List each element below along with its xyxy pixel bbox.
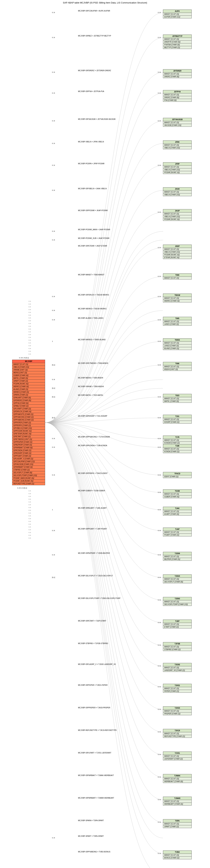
target-field: KONDA [CHAR (2)]	[163, 450, 191, 453]
target-table-node: TJWAKMANDT [CLNT (3)]WERBEAKT [CHAR (8)]	[163, 774, 191, 783]
source-cardinality: 0..N	[29, 317, 31, 318]
target-field: MANDT [CLNT (3)]	[163, 646, 191, 648]
target-field: MANDT [CLNT (3)]	[163, 555, 191, 558]
source-cardinality: 0..N	[29, 529, 31, 530]
target-field: MANDT [CLNT (3)]	[163, 277, 191, 279]
target-table-node: TFACDIDENT [CHAR (2)]	[163, 472, 191, 478]
target-field: AUART [CHAR (4)]	[163, 513, 191, 516]
relation-label: MCJVBP-REFUNDTYPE = TJK19-REFUNDTYPE	[78, 729, 117, 731]
relation-label: MCJVBP-DELIVSPLITGRP = TJD63-DELIVSPLITG…	[78, 597, 120, 599]
target-table-node: JDTDRERMANDT [CLNT (3)]DRERZ [CHAR (8)]	[163, 69, 191, 78]
cardinality-left: 0..N	[52, 296, 55, 298]
source-field: ISPFKPER [CHAR (2)]	[12, 421, 45, 424]
cardinality-left: 0..N	[52, 120, 55, 122]
source-cardinality: 0..N	[29, 306, 31, 307]
target-table-node: TJFSBMANDT [CLNT (3)]STBFREI [CHAR (2)]	[163, 642, 191, 651]
source-field: WERKS [CHAR (4)]	[12, 385, 45, 388]
target-table-node: JFRKMANDT [CLNT (3)]VBELN [CHAR (10)]	[163, 141, 191, 149]
target-field: VBELN [CHAR (10)]	[163, 168, 191, 171]
cardinality-right: 0..N	[158, 776, 161, 778]
cardinality-right: 0..N	[158, 709, 161, 710]
target-table-name: TSPA	[163, 819, 191, 823]
target-field: WERBEAKT [CHAR (8)]	[163, 780, 191, 783]
relation-label: MCJVBP-ISPVAUSGB = JDTVAUSGB-VAUSGB	[78, 118, 115, 120]
target-field: MANDT [CLNT (3)]	[163, 365, 191, 368]
target-field: MANDT [CLNT (3)]	[163, 666, 191, 669]
target-table-name: TJK03	[163, 707, 191, 710]
target-table-node: T001WMANDT [CLNT (3)]WERKS [CHAR (4)]	[163, 293, 191, 302]
source-field: ISPPVABONG [CHAR (2)]	[12, 418, 45, 421]
source-field: ISPCOAUFNR [CHAR (12)]	[12, 460, 45, 463]
cardinality-right: 0..N	[158, 530, 161, 531]
cardinality-right: 0..N	[158, 120, 161, 122]
target-field: POART [CHAR (2)]	[163, 534, 191, 536]
source-field: ISPETMEINS [UNIT (3)]	[12, 438, 45, 441]
target-table-name: T188	[163, 444, 191, 447]
relation-label: MCJVBP-ALAND = T005-LAND1	[78, 317, 104, 319]
target-field: PRSPER [CHAR (2)]	[163, 712, 191, 715]
target-field: MANDT [CLNT (3)]	[163, 320, 191, 323]
target-table-node: TJV01MANDT [CLNT (3)]LIEFERART [CHAR (2)…	[163, 751, 191, 761]
target-table-node: TJG92MANDT [CLNT (3)]LANDGRP_VK [CHAR (2…	[163, 663, 191, 672]
relation-label: MCJVBP-WERKS = T001W-WERKS	[78, 308, 106, 310]
target-table-name: T151	[163, 415, 191, 418]
target-table-name: T023	[163, 394, 191, 397]
source-field: SPARA [CHAR (2)]	[12, 394, 45, 396]
source-field: ISPPVAKNTG [CHAR (2)]	[12, 413, 45, 416]
target-table-node: TJD23MANDT [CLNT (3)]DELIVSPLIT [CHAR (8…	[163, 575, 191, 583]
target-field: FKPER [CHAR (2)]	[163, 690, 191, 692]
source-cardinality: 0..N	[29, 351, 31, 352]
target-table-name: T001W	[163, 294, 191, 297]
cardinality-right: 0..N	[158, 821, 161, 823]
cardinality-left: 0..N	[52, 310, 55, 311]
target-table-name: JKAK	[163, 187, 191, 191]
cardinality-left: 0..N	[52, 379, 55, 380]
cardinality-right: 0..N	[158, 731, 161, 733]
relation-label: MCJVBP-ISPDRUCK = T001W-WERKS	[78, 294, 109, 296]
target-table-node: T151MANDT [CLNT (3)]KDGRP [CHAR (2)]	[163, 415, 191, 424]
target-table-name: TJD23	[163, 575, 191, 578]
source-cardinality: 0..N	[29, 323, 31, 324]
cardinality-right: 0..N	[158, 417, 161, 418]
source-field: MATKL [CHAR (9)]	[12, 377, 45, 380]
target-field: VBELN [CHAR (10)]	[163, 147, 191, 149]
relation-label: MCJVBP-ISPETENR = JKEP-ETENR	[78, 245, 107, 247]
target-field: ETART [CHAR (2)]	[163, 626, 191, 628]
source-cardinality: 0..N	[29, 337, 31, 338]
target-table-name: TJFSB	[163, 642, 191, 646]
source-field: ISPVAUSGB [CHAR (10)]	[12, 463, 45, 466]
cardinality-right: 0..N	[158, 554, 161, 556]
cardinality-right: 0..N	[158, 438, 161, 439]
source-cardinality: 0..N 0..N [0,1]	[19, 357, 29, 359]
cardinality-right: 0..N	[158, 644, 161, 646]
target-field: MANDT [CLNT (3)]	[163, 447, 191, 450]
relation-label: MCJVBP-ISPPRSPER = TJK03-PRSPER	[78, 707, 110, 709]
source-cardinality: 0..N	[29, 493, 31, 494]
target-field: MANDT [CLNT (3)]	[163, 531, 191, 534]
relation-label: MCJVBP-ISPPVABONG = TVBO-BONUS	[78, 851, 110, 853]
target-table-node: T005MANDT [CLNT (3)]LAND1 [CHAR (3)]	[163, 317, 191, 326]
cardinality-right: 0..N	[158, 509, 161, 510]
source-field: POSNR_MAIN [NUMC (6)]	[12, 477, 45, 479]
source-field: SPART [CHAR (2)]	[12, 380, 45, 382]
source-field: ISPBEZ [CHAR (2)]	[12, 405, 45, 407]
relation-label: MCJVBP-ISPVBELN = JKAK-VBELN	[78, 188, 107, 190]
target-table-name: JFRK	[163, 141, 191, 144]
target-field: MANDT [CLNT (3)]	[163, 213, 191, 215]
target-field: MANDT [CLNT (3)]	[163, 687, 191, 690]
source-field: ISPPRSPER [CHAR (2)]	[12, 441, 45, 443]
target-field: MANDT [CLNT (3)]	[163, 13, 191, 16]
target-table-node: TGSBMANDT [CLNT (3)]GSBER [CHAR (4)]	[163, 489, 191, 498]
target-table-name: JDTVAUSGB	[163, 118, 191, 121]
target-field: DRERZ [CHAR (8)]	[163, 75, 191, 78]
target-table-name: JDTPVA	[163, 90, 191, 93]
cardinality-left: 0..N	[52, 446, 55, 448]
target-table-node: TJAKMANDT [CLNT (3)]AUART [CHAR (4)]	[163, 507, 191, 516]
relation-label: MCJVBP-ISPCOAUFNR = AUFK-AUFNR	[78, 10, 110, 12]
target-field: ETENR [NUMC (4)]	[163, 256, 191, 259]
target-field: MSEHI [UNIT (3)]	[163, 368, 191, 371]
cardinality-left: 0..N	[52, 438, 55, 439]
target-table-name: TJAK	[163, 507, 191, 510]
target-table-name: TJG92	[163, 663, 191, 666]
target-field: VBELN [CHAR (10)]	[163, 193, 191, 196]
